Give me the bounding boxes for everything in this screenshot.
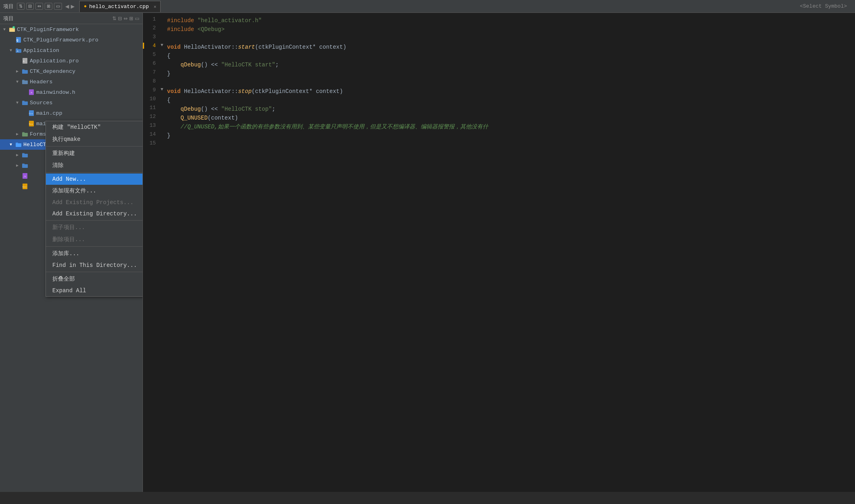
folder-icon [22, 152, 28, 158]
line-num-2: 2 [143, 25, 161, 31]
tree-item-ctk-root[interactable]: ▼ C CTK_PluginFramework [0, 24, 142, 35]
svg-rect-27 [16, 143, 18, 144]
tree-label: Application.pro [30, 58, 79, 64]
ctx-item-add-library[interactable]: 添加库... [46, 248, 143, 260]
svg-text:A: A [23, 60, 25, 63]
header-file-icon: .h [28, 89, 35, 95]
sidebar-link-btn[interactable]: ⇔ [124, 16, 128, 21]
sidebar-add-folder-btn[interactable]: ▭ [135, 16, 139, 21]
tree-item-ctk-pro[interactable]: Q CTK_PluginFramework.pro [0, 35, 142, 45]
ctx-item-run-qmake[interactable]: 执行qmake [46, 133, 143, 145]
ctx-item-add-existing-projects: Add Existing Projects... [46, 197, 143, 208]
svg-text:.h: .h [29, 91, 33, 94]
tree-label: Sources [30, 100, 53, 106]
top-bar-controls: ⇅ ⊟ ⇔ ⊞ ▭ [17, 3, 62, 10]
filter-button[interactable]: ⊟ [26, 3, 34, 10]
svg-rect-24 [22, 133, 28, 136]
line-num-14: 14 [143, 131, 161, 137]
sidebar-filter-btn[interactable]: ⊟ [118, 16, 122, 21]
tab-hello-activator[interactable]: ● hello_activator.cpp ✕ [79, 1, 161, 12]
line-content-1: #include "hello_activator.h" [167, 16, 855, 25]
tree-item-ctk-dep[interactable]: ▶ CTK_dependency [0, 66, 142, 76]
ctx-sep-3 [46, 220, 143, 221]
expand-arrow: ▼ [3, 27, 7, 32]
header-icon: .h [22, 173, 28, 179]
line-content-14: } [167, 131, 855, 140]
line-content-9: void HelloActivator::stop(ctkPluginConte… [167, 87, 855, 96]
ctx-item-add-existing-file[interactable]: 添加现有文件... [46, 185, 143, 197]
tab-file-icon: ● [84, 4, 87, 9]
svg-rect-30 [22, 164, 28, 168]
ctx-item-rebuild[interactable]: 重新构建 [46, 147, 143, 159]
line-content-2: #include <QDebug> [167, 25, 855, 34]
svg-rect-19 [22, 101, 25, 102]
ctx-item-add-existing-dir[interactable]: Add Existing Directory... [46, 208, 143, 219]
main-layout: 项目 ⇅ ⊟ ⇔ ⊞ ▭ ▼ C CTK_PluginFramew [0, 13, 855, 492]
symbol-select[interactable]: <Select Symbol> [800, 3, 852, 9]
add-folder-button[interactable]: ▭ [54, 3, 62, 10]
sort-button[interactable]: ⇅ [17, 3, 25, 10]
svg-rect-26 [16, 143, 21, 147]
back-arrow[interactable]: ◀ [65, 2, 69, 10]
pro-file-icon: Q [15, 37, 22, 43]
code-line-7: 7 } [143, 69, 855, 78]
sidebar-sort-btn[interactable]: ⇅ [112, 16, 116, 21]
tree-label: CTK_PluginFramework.pro [23, 37, 98, 43]
line-num-3: 3 [143, 34, 161, 40]
line-content-15 [167, 140, 855, 149]
code-line-2: 2 #include <QDebug> [143, 25, 855, 34]
line-content-3 [167, 34, 855, 43]
svg-rect-18 [22, 101, 28, 105]
sidebar-header: 项目 ⇅ ⊟ ⇔ ⊞ ▭ [0, 13, 142, 24]
sidebar-header-title: 项目 [3, 15, 14, 22]
add-file-button[interactable]: ⊞ [45, 3, 52, 10]
context-menu: 构建 "HelloCTK" 执行qmake 重新构建 清除 Add New...… [45, 121, 143, 297]
code-line-4: 4 ▼ void HelloActivator::start(ctkPlugin… [143, 43, 855, 52]
tree-item-headers[interactable]: ▼ Headers [0, 76, 142, 87]
svg-text:C: C [13, 27, 14, 29]
forms-folder-icon [22, 131, 28, 137]
tree-item-app-pro[interactable]: A Application.pro [0, 56, 142, 66]
line-num-6: 6 [143, 60, 161, 66]
svg-text:C++: C++ [23, 186, 27, 188]
code-line-1: 1 #include "hello_activator.h" [143, 16, 855, 25]
line-content-11: qDebug() << "HelloCTK stop"; [167, 105, 855, 114]
tree-item-application[interactable]: ▼ A Application [0, 45, 142, 56]
code-line-6: 6 qDebug() << "HelloCTK start"; [143, 60, 855, 69]
code-line-11: 11 qDebug() << "HelloCTK stop"; [143, 105, 855, 114]
forward-arrow[interactable]: ▶ [71, 2, 75, 10]
ctx-item-collapse-all[interactable]: 折叠全部 [46, 273, 143, 285]
svg-rect-29 [22, 153, 25, 154]
line-num-1: 1 [143, 16, 161, 22]
line-content-10: { [167, 96, 855, 105]
code-editor[interactable]: 1 #include "hello_activator.h" 2 #includ… [143, 13, 855, 492]
tree-item-main-cpp[interactable]: C++ main.cpp [0, 108, 142, 118]
project-folder-icon: C [9, 26, 15, 33]
ctx-item-build[interactable]: 构建 "HelloCTK" [46, 121, 143, 133]
ctx-sep-4 [46, 246, 143, 247]
tree-label: CTK_PluginFramework [17, 27, 79, 33]
sidebar-add-file-btn[interactable]: ⊞ [129, 16, 133, 21]
svg-text:C++: C++ [29, 112, 33, 115]
line-num-11: 11 [143, 105, 161, 111]
line-num-10: 10 [143, 96, 161, 102]
line-num-13: 13 [143, 122, 161, 128]
line-content-8 [167, 78, 855, 87]
sidebar: 项目 ⇅ ⊟ ⇔ ⊞ ▭ ▼ C CTK_PluginFramew [0, 13, 143, 492]
tab-label: hello_activator.cpp [89, 4, 149, 10]
ctx-item-find-in-dir[interactable]: Find in This Directory... [46, 260, 143, 271]
ctx-item-add-new[interactable]: Add New... [46, 174, 143, 185]
ctx-item-clean[interactable]: 清除 [46, 159, 143, 171]
link-button[interactable]: ⇔ [35, 3, 43, 10]
line-num-7: 7 [143, 69, 161, 75]
tab-close-btn[interactable]: ✕ [154, 4, 157, 9]
svg-text:C++: C++ [29, 123, 33, 126]
line-content-6: qDebug() << "HelloCTK start"; [167, 60, 855, 69]
ctx-item-expand-all[interactable]: Expand All [46, 285, 143, 296]
pro-file-icon: A [22, 58, 28, 64]
svg-text:Q: Q [17, 39, 18, 42]
svg-text:A: A [17, 50, 19, 53]
tree-item-mainwindow-h[interactable]: .h mainwindow.h [0, 87, 142, 97]
top-bar: 项目 ⇅ ⊟ ⇔ ⊞ ▭ ◀ ▶ ● hello_activator.cpp ✕… [0, 0, 855, 13]
tree-item-sources[interactable]: ▼ Sources [0, 97, 142, 108]
